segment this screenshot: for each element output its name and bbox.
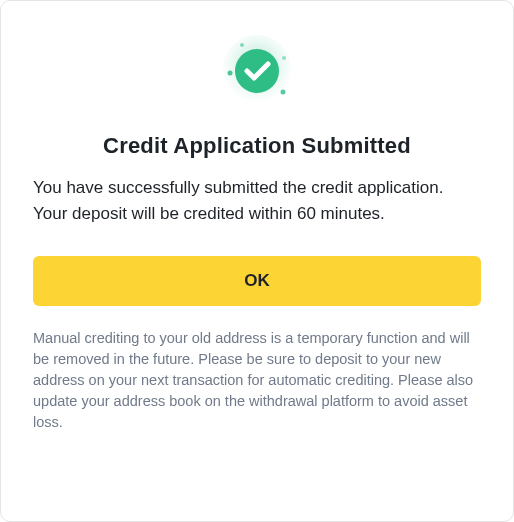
dialog-footnote: Manual crediting to your old address is …: [33, 328, 481, 433]
svg-point-3: [240, 43, 244, 47]
dialog-icon-wrap: [33, 31, 481, 111]
dialog-message: You have successfully submitted the cred…: [33, 175, 481, 228]
credit-application-dialog: Credit Application Submitted You have su…: [0, 0, 514, 522]
svg-point-1: [235, 49, 279, 93]
svg-point-4: [281, 90, 286, 95]
ok-button[interactable]: OK: [33, 256, 481, 306]
dialog-title: Credit Application Submitted: [33, 133, 481, 159]
success-check-icon: [217, 31, 297, 111]
svg-point-2: [228, 71, 233, 76]
svg-point-5: [282, 56, 286, 60]
